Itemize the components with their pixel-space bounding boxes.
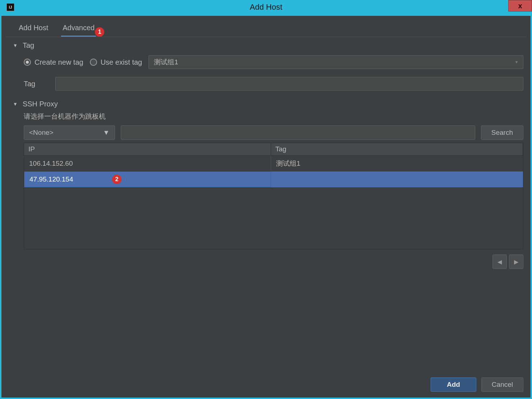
radio-use-exist-tag-label: Use exist tag — [101, 58, 142, 66]
tab-advanced-label: Advanced — [63, 24, 95, 32]
col-tag[interactable]: Tag — [271, 143, 523, 155]
cell-tag: 测试组1 — [271, 156, 523, 171]
cancel-button[interactable]: Cancel — [481, 377, 523, 392]
section-ssh-proxy: SSH Proxy 请选择一台机器作为跳板机 <None> ▼ Search I… — [5, 100, 527, 269]
dialog-footer: Add Cancel — [5, 374, 527, 394]
ssh-table: IP Tag 106.14.152.60 测试组1 47.95.120.154 … — [24, 143, 523, 249]
radio-create-new-tag[interactable]: Create new tag — [24, 58, 83, 66]
col-ip[interactable]: IP — [24, 143, 271, 155]
ssh-table-body: 106.14.152.60 测试组1 47.95.120.154 2 — [24, 156, 523, 249]
chevron-right-icon: ▶ — [514, 258, 518, 265]
search-button[interactable]: Search — [481, 125, 523, 140]
cell-ip: 47.95.120.154 2 — [24, 171, 271, 187]
radio-create-new-tag-label: Create new tag — [35, 58, 83, 66]
tag-field-label: Tag — [24, 80, 49, 88]
tab-bar: Add Host Advanced 1 — [5, 21, 527, 37]
pager: ◀ ▶ — [13, 249, 527, 269]
tag-combo[interactable]: 测试组1 ▼ — [148, 55, 523, 69]
window-title: Add Host — [0, 3, 532, 12]
section-tag: Tag Create new tag Use exist tag 测试组1 ▼ … — [5, 41, 527, 93]
chevron-left-icon: ◀ — [497, 258, 502, 265]
tag-combo-value: 测试组1 — [154, 58, 178, 67]
tag-input[interactable] — [55, 77, 523, 91]
ssh-filter-combo[interactable]: <None> ▼ — [24, 125, 115, 140]
tag-input-row: Tag — [13, 75, 527, 93]
cell-tag — [271, 171, 523, 187]
dialog-content: Add Host Advanced 1 Tag Create new tag U… — [1, 16, 531, 398]
radio-use-exist-tag[interactable]: Use exist tag — [90, 58, 142, 66]
section-tag-header[interactable]: Tag — [13, 41, 527, 50]
section-ssh-title: SSH Proxy — [23, 100, 58, 108]
dialog-window: IJ Add Host x Add Host Advanced 1 Tag Cr… — [0, 0, 532, 399]
annotation-1: 1 — [95, 27, 104, 37]
tag-radio-row: Create new tag Use exist tag 测试组1 ▼ — [13, 53, 527, 71]
chevron-down-icon: ▼ — [514, 60, 519, 65]
radio-use-exist-tag-indicator — [90, 59, 97, 66]
next-page-button[interactable]: ▶ — [509, 254, 523, 269]
table-row[interactable]: 106.14.152.60 测试组1 — [24, 156, 523, 171]
section-tag-title: Tag — [23, 41, 34, 50]
tab-add-host[interactable]: Add Host — [17, 21, 50, 37]
radio-create-new-tag-indicator — [24, 59, 31, 66]
cell-ip-text: 47.95.120.154 — [29, 175, 73, 183]
ssh-filter-value: <None> — [29, 129, 54, 137]
section-ssh-header[interactable]: SSH Proxy — [13, 100, 527, 108]
annotation-2: 2 — [112, 175, 121, 184]
ssh-filter-row: <None> ▼ Search — [13, 125, 527, 140]
cell-ip: 106.14.152.60 — [24, 156, 271, 171]
ssh-search-input[interactable] — [121, 125, 475, 140]
tab-advanced[interactable]: Advanced 1 — [61, 21, 96, 37]
prev-page-button[interactable]: ◀ — [492, 254, 507, 269]
chevron-down-icon: ▼ — [103, 129, 110, 137]
ssh-table-header: IP Tag — [24, 143, 523, 156]
close-button[interactable]: x — [508, 0, 532, 12]
add-button[interactable]: Add — [431, 377, 476, 392]
table-row[interactable]: 47.95.120.154 2 — [24, 171, 523, 187]
titlebar: IJ Add Host x — [0, 0, 532, 14]
ssh-hint: 请选择一台机器作为跳板机 — [13, 112, 527, 121]
